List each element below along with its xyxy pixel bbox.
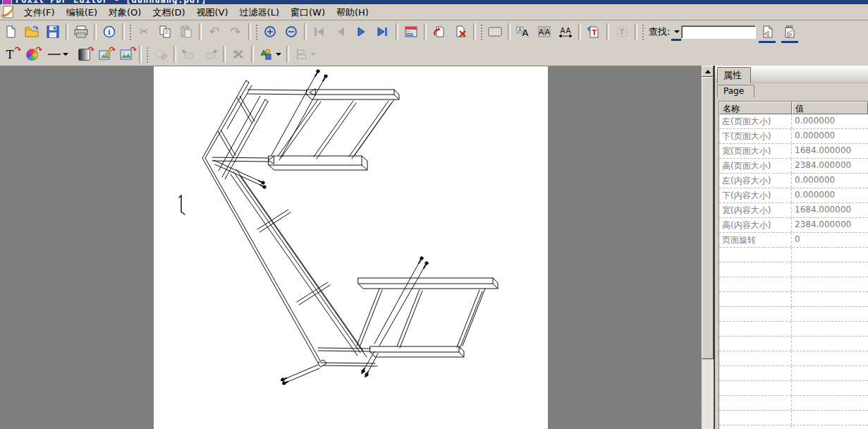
find-next-button[interactable] bbox=[780, 23, 800, 40]
first-page-button[interactable] bbox=[310, 23, 329, 40]
empty-name-cell bbox=[719, 292, 792, 306]
property-row-8[interactable]: 页面旋转0 bbox=[719, 233, 868, 248]
menu-item-0[interactable]: 文件(F) bbox=[18, 6, 61, 19]
empty-value-cell bbox=[792, 292, 868, 306]
property-name: 下(页面大小) bbox=[719, 129, 792, 143]
font-pair-button[interactable]: AA bbox=[535, 23, 554, 40]
undo-button[interactable]: ↶ bbox=[205, 23, 224, 40]
cut-button[interactable]: ✂ bbox=[135, 23, 153, 40]
paste-button[interactable] bbox=[177, 23, 195, 40]
svg-text:A: A bbox=[561, 27, 566, 35]
empty-row bbox=[719, 322, 868, 337]
add-color-object-button[interactable]: ↷ bbox=[23, 46, 41, 63]
empty-row bbox=[719, 351, 868, 366]
copy-button[interactable] bbox=[156, 23, 174, 40]
text-cursor-mode-button[interactable]: T bbox=[613, 23, 631, 40]
menu-item-2[interactable]: 对象(O) bbox=[103, 6, 147, 19]
property-row-4[interactable]: 左(内容大小)0.000000 bbox=[719, 174, 868, 188]
find-previous-button[interactable] bbox=[757, 23, 777, 40]
panel-tab-strip: Page bbox=[715, 83, 868, 99]
zoom-in-button[interactable] bbox=[261, 23, 279, 40]
page-layout-button[interactable] bbox=[402, 23, 420, 40]
edit-image-button[interactable]: ↷ bbox=[96, 46, 114, 63]
toolbar-objects: T↷ ↷ ↷ ↷ ↷ bbox=[0, 43, 868, 66]
property-value: 2384.000000 bbox=[792, 218, 868, 232]
next-page-button[interactable] bbox=[353, 23, 371, 40]
property-row-2[interactable]: 宽(页面大小)1684.000000 bbox=[719, 144, 868, 159]
align-objects-button[interactable] bbox=[293, 46, 318, 63]
virtual-keyboard-button[interactable] bbox=[486, 23, 504, 40]
menu-items: 文件(F)编辑(E)对象(O)文档(D)视图(V)过滤器(L)窗口(W)帮助(H… bbox=[18, 5, 374, 19]
document-canvas[interactable] bbox=[0, 66, 702, 429]
previous-page-button[interactable] bbox=[331, 23, 350, 40]
property-name: 高(页面大小) bbox=[719, 159, 792, 173]
empty-row bbox=[719, 292, 868, 307]
document-menu-icon[interactable] bbox=[1, 6, 16, 18]
delete-object-button[interactable] bbox=[229, 46, 247, 63]
property-name: 左(内容大小) bbox=[719, 174, 792, 188]
empty-row bbox=[719, 381, 868, 396]
property-row-0[interactable]: 左(页面大小)0.000000 bbox=[719, 114, 868, 129]
empty-name-cell bbox=[719, 322, 792, 336]
column-header-value[interactable]: 值 bbox=[792, 102, 868, 114]
properties-table: 名称 值 左(页面大小)0.000000下(页面大小)0.000000宽(页面大… bbox=[719, 101, 868, 429]
svg-text:A: A bbox=[539, 28, 544, 36]
menu-item-3[interactable]: 文档(D) bbox=[147, 6, 190, 19]
redo-button[interactable]: ↷ bbox=[226, 23, 245, 40]
add-image-button[interactable]: ↷ bbox=[117, 46, 135, 63]
delete-page-button[interactable] bbox=[451, 23, 470, 40]
scroll-up-button[interactable] bbox=[702, 66, 714, 77]
document-info-button[interactable]: i bbox=[100, 23, 118, 40]
open-button[interactable] bbox=[23, 23, 41, 40]
property-row-6[interactable]: 宽(内容大小)1684.000000 bbox=[719, 203, 868, 218]
save-button[interactable] bbox=[44, 23, 62, 40]
find-input[interactable] bbox=[681, 25, 756, 39]
font-button[interactable]: AA bbox=[514, 23, 532, 40]
find-dropdown-icon[interactable] bbox=[674, 30, 680, 33]
panel-title-tab[interactable]: 属性 bbox=[717, 67, 751, 84]
property-row-7[interactable]: 高(内容大小)2384.000000 bbox=[719, 218, 868, 233]
property-row-3[interactable]: 高(页面大小)2384.000000 bbox=[719, 159, 868, 174]
empty-row bbox=[719, 262, 868, 277]
line-style-button[interactable] bbox=[44, 46, 72, 63]
cable-tray-drawing bbox=[154, 66, 548, 429]
empty-value-cell bbox=[792, 307, 868, 321]
property-name: 宽(页面大小) bbox=[719, 144, 792, 158]
empty-row bbox=[719, 307, 868, 322]
property-row-1[interactable]: 下(页面大小)0.000000 bbox=[719, 129, 868, 144]
menu-item-5[interactable]: 过滤器(L) bbox=[234, 6, 285, 19]
menu-item-1[interactable]: 编辑(E) bbox=[61, 6, 103, 19]
new-button[interactable] bbox=[1, 23, 20, 40]
property-row-5[interactable]: 下(内容大小)0.000000 bbox=[719, 188, 868, 203]
column-header-name[interactable]: 名称 bbox=[719, 102, 792, 114]
property-value: 0.000000 bbox=[792, 174, 868, 188]
menu-item-6[interactable]: 窗口(W) bbox=[285, 6, 331, 19]
print-button[interactable] bbox=[72, 23, 90, 40]
property-value: 1684.000000 bbox=[792, 144, 868, 158]
empty-name-cell bbox=[719, 425, 792, 429]
add-text-button[interactable]: T bbox=[585, 23, 603, 40]
property-value: 1684.000000 bbox=[792, 203, 868, 217]
rotate-object-right-button[interactable] bbox=[201, 46, 219, 63]
menu-item-4[interactable]: 视图(V) bbox=[191, 6, 234, 19]
vertical-scrollbar[interactable] bbox=[702, 66, 714, 429]
empty-value-cell bbox=[792, 425, 868, 429]
lasso-select-button[interactable] bbox=[152, 46, 170, 63]
menu-item-7[interactable]: 帮助(H) bbox=[331, 6, 374, 19]
insert-shape-button[interactable] bbox=[257, 46, 283, 63]
empty-value-cell bbox=[792, 277, 868, 291]
last-page-button[interactable] bbox=[374, 23, 392, 40]
scrollbar-thumb[interactable] bbox=[702, 77, 714, 359]
insert-page-button[interactable] bbox=[430, 23, 448, 40]
empty-value-cell bbox=[792, 396, 868, 410]
add-text-object-button[interactable]: T↷ bbox=[1, 46, 20, 63]
rotate-object-left-button[interactable] bbox=[180, 46, 198, 63]
add-shading-button[interactable]: ↷ bbox=[75, 46, 93, 63]
zoom-out-button[interactable] bbox=[282, 23, 300, 40]
font-spacing-button[interactable]: AA bbox=[556, 23, 575, 40]
tab-page[interactable]: Page bbox=[717, 85, 754, 97]
properties-panel: 属性 Page 名称 值 左(页面大小)0.000000下(页面大小)0.000… bbox=[714, 66, 868, 429]
pdf-page[interactable] bbox=[154, 66, 548, 429]
empty-row bbox=[719, 425, 868, 429]
panel-header: 属性 bbox=[715, 66, 868, 83]
